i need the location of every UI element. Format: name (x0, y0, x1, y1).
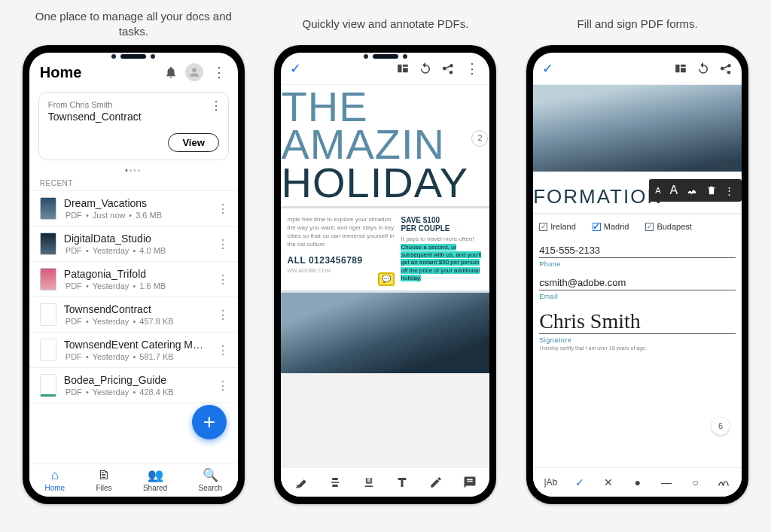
doc-name: TownsendEvent Catering Menu (64, 339, 208, 351)
save-heading-1: SAVE $100 (401, 216, 483, 224)
carousel-dots[interactable]: •••• (29, 165, 238, 178)
checkbox-label: Madrid (604, 222, 629, 231)
item-overflow-icon[interactable]: ⋮ (215, 272, 230, 287)
doc-thumbnail (40, 197, 56, 220)
list-item[interactable]: Dream_Vacations PDF • Just now • 3.6 MB … (29, 191, 238, 226)
featured-card[interactable]: From Chris Smith Townsend_Contract ⋮ Vie… (38, 92, 229, 160)
list-item[interactable]: Patagonia_Trifold PDF • Yesterday • 1.6 … (29, 262, 238, 297)
call-heading: ALL 0123456789 (287, 254, 395, 266)
signature-field[interactable]: Chris Smith Signature I hereby certify t… (539, 309, 736, 351)
view-button[interactable]: View (168, 133, 218, 152)
share-icon[interactable] (441, 62, 455, 75)
doc-name: TownsendContract (64, 303, 208, 315)
toolbar-overflow-icon[interactable]: ⋮ (724, 185, 736, 196)
form-hero-image (533, 85, 742, 172)
underline-tool-icon[interactable] (359, 474, 379, 491)
checkbox-icon: ✓ (645, 223, 654, 231)
highlight-annotation[interactable]: Choose a second, or subsequent with us, … (401, 244, 480, 282)
undo-icon[interactable] (419, 62, 432, 75)
form-section-title: FORMATION A A ⋮ (533, 172, 742, 214)
delete-icon[interactable] (706, 185, 717, 196)
item-overflow-icon[interactable]: ⋮ (215, 308, 230, 322)
doc-meta: PDF • Yesterday • 1.6 MB (64, 281, 208, 290)
list-item[interactable]: DigitalData_Studio PDF • Yesterday • 4.0… (29, 226, 238, 262)
list-item[interactable]: TownsendEvent Catering Menu PDF • Yester… (29, 333, 238, 368)
card-overflow-icon[interactable]: ⋮ (210, 99, 222, 113)
recent-section-label: RECENT (29, 178, 238, 190)
hero-line-3: HOLIDAY (281, 164, 489, 202)
phone-frame-1: Home ⋮ From Chris Smith Townsend_Contrac… (23, 45, 245, 504)
doc-thumbnail (40, 268, 56, 290)
item-overflow-icon[interactable]: ⋮ (215, 378, 230, 393)
item-overflow-icon[interactable]: ⋮ (215, 202, 230, 216)
sign-tool-icon[interactable] (715, 474, 734, 491)
text-format-toolbar: A A ⋮ (649, 179, 742, 202)
nav-label: Search (198, 484, 222, 492)
doc-thumbnail (40, 303, 56, 326)
doc-name: Patagonia_Trifold (64, 268, 208, 280)
doc-meta: PDF • Yesterday • 4.0 MB (64, 246, 208, 255)
nav-label: Home (44, 484, 65, 492)
signature-icon[interactable] (687, 184, 699, 196)
done-check-icon[interactable]: ✓ (542, 60, 553, 77)
strikethrough-tool-icon[interactable] (325, 474, 345, 491)
sidebar-icon[interactable] (396, 62, 410, 75)
nav-shared[interactable]: 👥 Shared (143, 467, 167, 492)
font-small-icon[interactable]: A (655, 186, 662, 195)
add-fab-button[interactable]: + (192, 405, 227, 439)
checkbox-label: Ireland (550, 222, 576, 231)
list-item[interactable]: Bodea_Pricing_Guide PDF • Yesterday • 42… (29, 368, 238, 403)
list-item[interactable]: TownsendContract PDF • Yesterday • 457.8… (29, 297, 238, 333)
email-field[interactable]: csmith@adobe.com Email (539, 277, 736, 300)
item-overflow-icon[interactable]: ⋮ (215, 343, 230, 357)
doc-meta: PDF • Just now • 3.6 MB (64, 211, 208, 220)
email-value: csmith@adobe.com (539, 277, 736, 290)
nav-label: Files (96, 484, 111, 492)
item-overflow-icon[interactable]: ⋮ (215, 237, 230, 251)
share-icon[interactable] (719, 62, 733, 75)
line-tool-icon[interactable]: — (657, 474, 676, 491)
card-from-label: From Chris Smith (48, 100, 219, 109)
sidebar-icon[interactable] (674, 62, 687, 75)
sticky-note-icon[interactable]: 💬 (378, 272, 395, 286)
done-check-icon[interactable]: ✓ (290, 60, 301, 77)
checkbox-madrid[interactable]: ✓ Madrid (593, 222, 629, 231)
notifications-icon[interactable] (164, 65, 178, 79)
page-title: Home (40, 64, 157, 81)
avatar-icon[interactable] (185, 63, 203, 81)
text-tool-icon[interactable] (392, 474, 412, 491)
card-doc-name: Townsend_Contract (48, 111, 219, 123)
circle-tool-icon[interactable]: ○ (685, 474, 705, 491)
comment-count-badge[interactable]: 2 (471, 130, 488, 147)
page-indicator[interactable]: 6 (712, 417, 730, 435)
phone-label: Phone (539, 260, 736, 268)
font-large-icon[interactable]: A (669, 184, 679, 197)
phone-frame-2: ✓ ⋮ THE AMAZIN2 HOLIDAY mple free time t… (274, 45, 496, 504)
checkbox-ireland[interactable]: ✓ Ireland (539, 222, 576, 231)
checkbox-budapest[interactable]: ✓ Budapest (645, 222, 691, 231)
caption-3: Fill and sign PDF forms. (571, 0, 704, 45)
phone-field[interactable]: 415-555-2133 Phone (539, 245, 736, 268)
checkbox-row: ✓ Ireland ✓ Madrid ✓ Budapest (533, 214, 742, 242)
checkmark-tool-icon[interactable]: ✓ (570, 474, 590, 491)
comment-tool-icon[interactable] (460, 474, 480, 491)
doc-thumbnail (40, 374, 56, 397)
overflow-menu-icon[interactable]: ⋮ (464, 60, 480, 77)
nav-files[interactable]: 🗎 Files (96, 468, 111, 492)
checkbox-icon: ✓ (539, 223, 547, 231)
dot-tool-icon[interactable]: ● (628, 474, 648, 491)
nav-label: Shared (143, 484, 167, 492)
nav-home[interactable]: ⌂ Home (44, 468, 65, 492)
cross-tool-icon[interactable]: ✕ (599, 474, 618, 491)
draw-tool-icon[interactable] (426, 474, 446, 491)
text-cursor-tool-icon[interactable]: |Ab (541, 474, 560, 491)
highlighter-tool-icon[interactable] (291, 474, 311, 491)
shared-icon: 👥 (148, 467, 163, 483)
doc-meta: PDF • Yesterday • 428.4 KB (64, 388, 208, 397)
checkbox-label: Budapest (657, 222, 691, 231)
body-text: mple free time to explore your stination… (287, 216, 395, 248)
nav-search[interactable]: 🔍 Search (198, 467, 222, 492)
save-heading-2: PER COUPLE (401, 224, 483, 233)
overflow-menu-icon[interactable]: ⋮ (211, 64, 227, 81)
undo-icon[interactable] (696, 62, 710, 75)
